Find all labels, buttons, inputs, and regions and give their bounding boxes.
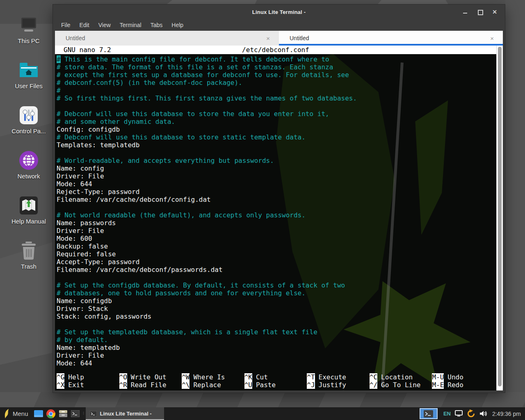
shortcut: ^JJustify	[307, 381, 370, 389]
terminal-icon	[71, 410, 80, 417]
desktop-icon-user-files[interactable]: User Files	[0, 55, 57, 89]
nano-line: # debconf.conf(5) (in the debconf-doc pa…	[57, 79, 496, 87]
menu-view[interactable]: View	[94, 22, 115, 28]
menu-terminal[interactable]: Terminal	[115, 22, 146, 28]
shortcut-label: Exit	[68, 381, 84, 389]
menu-button[interactable]: Menu	[0, 407, 32, 420]
blue-window-icon	[34, 410, 43, 417]
shortcut-label: Read File	[131, 381, 167, 389]
monitor-icon	[455, 410, 463, 417]
nano-buffer[interactable]: # This is the main config file for debco…	[55, 54, 496, 367]
shortcut-label: Justify	[319, 381, 346, 389]
nano-file-path: /etc/debconf.conf	[55, 46, 496, 54]
desktop: { "desktop": { "icons": [ { "label": "Th…	[0, 0, 525, 420]
nano-line: Name: config	[57, 164, 496, 172]
scrollbar-thumb[interactable]	[498, 47, 502, 386]
shortcut-label: Cut	[256, 373, 268, 381]
tab-1[interactable]: Untitled×	[55, 31, 279, 46]
nano-line: Name: passwords	[57, 219, 496, 227]
keyboard-layout-indicator[interactable]: EN	[443, 411, 451, 417]
nano-line: # This is the main config file for debco…	[57, 55, 496, 63]
nano-line: Required: false	[57, 250, 496, 258]
terminal-window: Linux Lite Terminal - ✕ FileEditViewTerm…	[52, 4, 505, 393]
desktop-icon-control-pa[interactable]: Control Pa...	[0, 100, 57, 135]
nano-line: Templates: templatedb	[57, 141, 496, 149]
terminal-scrollbar[interactable]	[496, 46, 503, 390]
nano-line: Driver: File	[57, 172, 496, 180]
nano-line: # except the first sets up a database fo…	[57, 71, 496, 79]
shortcut: ^KCut	[244, 373, 307, 381]
nano-line: Filename: /var/cache/debconf/config.dat	[57, 196, 496, 203]
shortcut: ^GHelp	[57, 373, 119, 381]
desktop-icon-list: This PCUser FilesControl Pa...NetworkHel…	[0, 10, 57, 270]
chrome-launcher-icon[interactable]	[45, 407, 57, 420]
desktop-icon-network[interactable]: Network	[0, 145, 57, 180]
maximize-icon[interactable]	[477, 9, 483, 15]
tab-2-active[interactable]: Untitled×	[279, 31, 503, 46]
shortcut: ^OWrite Out	[119, 373, 182, 381]
minimize-icon[interactable]	[462, 9, 468, 15]
desktop-icon-this-pc[interactable]: This PC	[0, 10, 57, 44]
display-tray-icon[interactable]	[455, 410, 463, 417]
desktop-launcher-icon[interactable]	[32, 407, 45, 420]
shortcut: M-ERedo	[432, 381, 495, 389]
shortcut-column: ^WWhere Is^\Replace	[182, 373, 244, 389]
nano-shortcut-bar: ^GHelp^XExit^OWrite Out^RRead File^WWher…	[57, 373, 495, 389]
tab-label: Untitled	[290, 35, 309, 41]
shortcut: ^\Replace	[182, 381, 244, 389]
task-button-label: Linux Lite Terminal -	[100, 411, 152, 417]
tray-terminal-indicator[interactable]	[420, 408, 438, 419]
menu-help[interactable]: Help	[167, 22, 188, 28]
shortcut-label: Write Out	[131, 373, 167, 381]
desktop-icon-trash[interactable]: Trash	[0, 235, 57, 270]
clock[interactable]: 2:49:36 pm	[492, 411, 521, 417]
nano-line: # Not world readable (the default), and …	[57, 211, 496, 219]
shortcut-key: ^O	[119, 373, 127, 381]
tab-close-icon[interactable]: ×	[488, 34, 495, 42]
menu-file[interactable]: File	[57, 22, 75, 28]
nano-editor[interactable]: GNU nano 7.2 /etc/debconf.conf # This is…	[55, 46, 496, 390]
shortcut-label: Redo	[447, 381, 463, 389]
menu-tabs[interactable]: Tabs	[146, 22, 167, 28]
terminal-launcher-icon[interactable]	[69, 407, 82, 420]
shortcut: ^TExecute	[307, 373, 370, 381]
window-titlebar[interactable]: Linux Lite Terminal - ✕	[53, 5, 505, 19]
shortcut-label: Location	[381, 373, 413, 381]
nano-line: Driver: File	[57, 352, 496, 359]
shortcut-key: ^W	[182, 373, 189, 381]
shortcut-key: ^J	[307, 381, 315, 389]
shortcut-label: Paste	[256, 381, 276, 389]
update-notifier-tray-icon[interactable]	[467, 409, 475, 418]
shortcut-key: ^G	[57, 373, 64, 381]
desktop-icon-label: Network	[17, 173, 40, 180]
volume-tray-icon[interactable]	[479, 410, 487, 417]
nano-line: # So first things first. This first stan…	[57, 94, 496, 102]
close-icon[interactable]: ✕	[492, 9, 498, 15]
nano-line: # Set up the configdb database. By defau…	[57, 281, 496, 289]
shortcut-label: Execute	[319, 373, 346, 381]
update-refresh-icon	[467, 409, 475, 418]
file-manager-launcher-icon[interactable]	[57, 407, 69, 420]
shortcut-key: ^U	[244, 381, 252, 389]
menu-edit[interactable]: Edit	[75, 22, 94, 28]
shortcut-key: ^K	[244, 373, 252, 381]
nano-line: Accept-Type: password	[57, 258, 496, 266]
wallpaper-shape	[505, 0, 525, 420]
shortcut-label: Where Is	[193, 373, 225, 381]
nano-titlebar: GNU nano 7.2 /etc/debconf.conf	[55, 46, 496, 54]
nano-line: Stack: config, passwords	[57, 313, 496, 320]
shortcut-column: ^GHelp^XExit	[57, 373, 119, 389]
nano-line: Mode: 644	[57, 359, 496, 367]
tab-bar: Untitled×Untitled×	[55, 31, 503, 46]
tab-close-icon[interactable]: ×	[265, 34, 272, 42]
shortcut-column: M-UUndoM-ERedo	[432, 373, 495, 389]
window-title: Linux Lite Terminal -	[53, 9, 505, 15]
nano-line: Filename: /var/cache/debconf/passwords.d…	[57, 266, 496, 274]
nano-blank-line	[57, 203, 496, 211]
task-button-terminal[interactable]: Linux Lite Terminal -	[86, 407, 164, 420]
terminal-icon	[424, 410, 433, 418]
desktop-icon-help-manual[interactable]: Help Manual	[0, 190, 57, 225]
shortcut: ^XExit	[57, 381, 119, 389]
tab-label: Untitled	[66, 35, 85, 41]
nano-line: Backup: false	[57, 242, 496, 250]
